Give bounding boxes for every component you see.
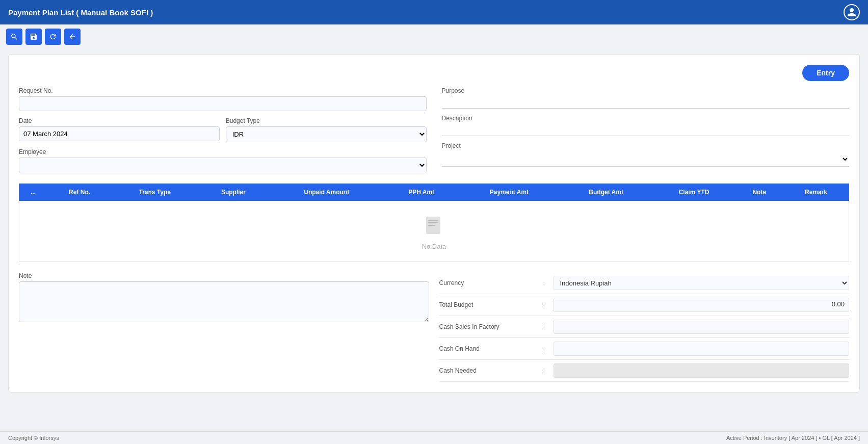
- no-data-area: No Data: [19, 201, 849, 262]
- col-unpaid-amount: Unpaid Amount: [269, 184, 384, 201]
- cash-on-hand-label: Cash On Hand: [439, 345, 541, 352]
- table-header-row: ... Ref No. Trans Type Supplier Unpaid A…: [19, 184, 849, 201]
- main-content: Entry Request No. Date Budget Type: [0, 49, 868, 398]
- col-note: Note: [736, 184, 783, 201]
- purpose-label: Purpose: [442, 87, 850, 94]
- cash-on-hand-value: [554, 342, 850, 356]
- cash-sales-label: Cash Sales In Factory: [439, 323, 541, 330]
- description-input[interactable]: [442, 124, 850, 136]
- request-no-input[interactable]: [19, 96, 427, 111]
- footer: Copyright © Inforsys Active Period : Inv…: [0, 431, 868, 444]
- user-avatar[interactable]: [844, 4, 860, 20]
- main-card: Entry Request No. Date Budget Type: [8, 54, 860, 393]
- employee-group: Employee: [19, 148, 427, 173]
- col-remark: Remark: [783, 184, 849, 201]
- total-budget-label: Total Budget: [439, 301, 541, 308]
- description-group: Description: [442, 115, 850, 136]
- no-data-icon: [423, 213, 445, 240]
- form-right: Purpose Description Project: [442, 87, 850, 173]
- currency-colon: :: [543, 279, 551, 287]
- date-budget-row: Date Budget Type IDR USD: [19, 117, 427, 142]
- col-budget-amt: Budget Amt: [560, 184, 652, 201]
- date-input[interactable]: [19, 126, 220, 141]
- budget-type-select[interactable]: IDR USD: [226, 126, 427, 142]
- toolbar: [0, 24, 868, 49]
- project-group: Project: [442, 142, 850, 167]
- date-group: Date: [19, 117, 220, 142]
- data-table-section: ... Ref No. Trans Type Supplier Unpaid A…: [19, 184, 849, 262]
- col-ref-no: Ref No.: [47, 184, 112, 201]
- entry-button-row: Entry: [19, 65, 849, 81]
- currency-row: Currency : Indonesia Rupiah USD: [439, 272, 850, 294]
- note-label: Note: [19, 272, 429, 279]
- employee-select[interactable]: [19, 158, 427, 173]
- budget-type-label: Budget Type: [226, 117, 427, 124]
- cash-needed-colon: :: [543, 367, 551, 375]
- cash-sales-row: Cash Sales In Factory :: [439, 316, 850, 338]
- col-ellipsis: ...: [19, 184, 47, 201]
- purpose-input[interactable]: [442, 96, 850, 109]
- refresh-button[interactable]: [45, 29, 61, 45]
- project-select[interactable]: [442, 151, 850, 167]
- summary-section: Currency : Indonesia Rupiah USD Total Bu…: [439, 272, 850, 382]
- form-left: Request No. Date Budget Type IDR USD: [19, 87, 427, 173]
- bottom-section: Note Currency : Indonesia Rupiah USD Tot…: [19, 272, 849, 382]
- cash-sales-value: [554, 320, 850, 334]
- currency-label: Currency: [439, 279, 541, 286]
- back-button[interactable]: [64, 29, 81, 45]
- cash-on-hand-colon: :: [543, 345, 551, 353]
- col-trans-type: Trans Type: [112, 184, 198, 201]
- total-budget-row: Total Budget : 0.00: [439, 294, 850, 316]
- cash-sales-colon: :: [543, 323, 551, 331]
- purpose-group: Purpose: [442, 87, 850, 109]
- entry-button[interactable]: Entry: [802, 65, 849, 81]
- currency-select[interactable]: Indonesia Rupiah USD: [554, 276, 850, 290]
- note-section: Note: [19, 272, 429, 382]
- total-budget-value: 0.00: [554, 298, 850, 312]
- form-section: Request No. Date Budget Type IDR USD: [19, 87, 849, 173]
- no-data-text: No Data: [422, 243, 446, 250]
- employee-label: Employee: [19, 148, 427, 155]
- col-supplier: Supplier: [198, 184, 269, 201]
- page-title: Payment Plan List ( Manual Book SOFI ): [8, 8, 153, 17]
- request-no-group: Request No.: [19, 87, 427, 111]
- note-textarea[interactable]: [19, 281, 429, 322]
- cash-needed-value: [554, 363, 850, 378]
- date-label: Date: [19, 117, 220, 124]
- header: Payment Plan List ( Manual Book SOFI ): [0, 0, 868, 24]
- description-label: Description: [442, 115, 850, 122]
- data-table: ... Ref No. Trans Type Supplier Unpaid A…: [19, 184, 849, 201]
- svg-rect-2: [428, 222, 438, 223]
- search-button[interactable]: [6, 29, 22, 45]
- cash-needed-row: Cash Needed :: [439, 360, 850, 382]
- copyright-text: Copyright © Inforsys: [8, 435, 59, 441]
- svg-rect-1: [428, 220, 438, 221]
- svg-rect-3: [428, 225, 435, 226]
- col-claim-ytd: Claim YTD: [652, 184, 736, 201]
- cash-needed-label: Cash Needed: [439, 367, 541, 374]
- cash-on-hand-row: Cash On Hand :: [439, 338, 850, 360]
- budget-type-group: Budget Type IDR USD: [226, 117, 427, 142]
- col-payment-amt: Payment Amt: [458, 184, 560, 201]
- save-button[interactable]: [25, 29, 42, 45]
- project-label: Project: [442, 142, 850, 149]
- col-pph-amt: PPH Amt: [384, 184, 458, 201]
- total-budget-colon: :: [543, 301, 551, 309]
- active-period-text: Active Period : Inventory [ Apr 2024 ] •…: [726, 435, 860, 441]
- request-no-label: Request No.: [19, 87, 427, 94]
